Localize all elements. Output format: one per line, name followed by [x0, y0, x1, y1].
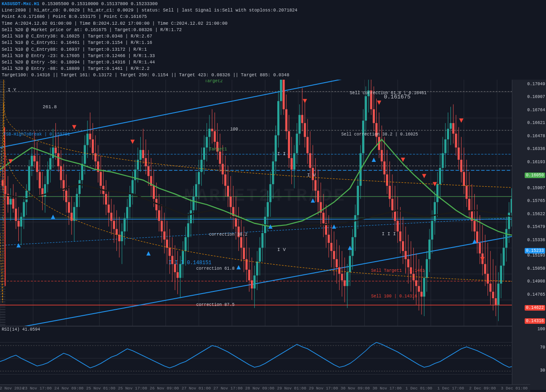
label-261: 261.8 [43, 104, 57, 110]
sell-line-3: Sell %10 @ C_Entry61: 0.16461 | Target:0… [2, 40, 544, 46]
price-tick-0.16050: 0.16050 [525, 173, 545, 178]
rsi-100: 100 [537, 327, 545, 331]
correction-875-label: correction 87.5 [196, 303, 235, 307]
header-line-1: KASUSDT-Mxc.H1 0.15305500 0.15310000 0.1… [2, 1, 544, 7]
correction-618-label: correction 61.8 [196, 266, 235, 271]
rsi-axis: 100 70 30 [512, 326, 546, 390]
time-label: 2 Dec 09:00 [469, 386, 496, 391]
price-tick-0.15336: 0.15336 [527, 238, 545, 242]
label-IIII: I V [277, 247, 286, 252]
price-tick-0.14316: 0.14316 [525, 318, 545, 324]
correction-382-label: correction 38.2 [209, 232, 247, 237]
time-label: 26 Nov 09:00 [150, 386, 179, 391]
level-100-label: 100 [230, 127, 238, 132]
header-line-3: Point A:0.171686 | Point B:0.153175 | Po… [2, 14, 544, 20]
price-tick-0.15765: 0.15765 [527, 199, 545, 203]
time-label: 1 Dec 01:00 [406, 386, 433, 391]
price-tick-0.14908: 0.14908 [527, 279, 545, 284]
time-label: 25 Nov 17:00 [118, 386, 147, 391]
price-tick-0.17049: 0.17049 [527, 82, 545, 86]
ohlc-prices: 0.15305500 0.15310000 0.15137800 0.15233… [42, 1, 158, 6]
price-tick-0.15479: 0.15479 [527, 225, 545, 229]
main-chart: MARKET24TRADE Sell correction 87.5 0.169… [0, 66, 530, 326]
time-label: 30 Nov 09:00 [341, 386, 370, 391]
header-line-4: Time A:2024.12.02 01:00:00 | Time B:2024… [2, 20, 544, 27]
label-II: I I [277, 151, 286, 156]
rsi-label: RSI(14) 41.0594 [2, 327, 40, 332]
time-label: 27 Nov 17:00 [213, 386, 242, 391]
rsi-30: 30 [540, 368, 545, 373]
sell-line-6: Sell %20 @ Entry -50: 0.18094 | Target:0… [2, 59, 544, 66]
price-tick-0.16193: 0.16193 [527, 160, 545, 164]
targets-line: Target100: 0.14316 || Target 161: 0.1317… [2, 72, 544, 78]
price-tick-0.16907: 0.16907 [527, 95, 545, 99]
price-tick-0.14622: 0.14622 [525, 305, 545, 311]
time-label: 28 Nov 09:00 [245, 386, 274, 391]
price-tick-0.16764: 0.16764 [527, 108, 545, 112]
time-label: 29 Nov 01:00 [277, 386, 306, 391]
sell-line-4: Sell %10 @ C_Entry88: 0.16937 | Target:0… [2, 46, 544, 53]
info-header: KASUSDT-Mxc.H1 0.15305500 0.15310000 0.1… [0, 0, 546, 80]
price-tick-0.14765: 0.14765 [527, 292, 545, 297]
label-IV: I V [307, 173, 316, 178]
header-line-2: Line:2898 | h1_atr_c0: 0.0029 | h1_atr_c… [2, 7, 544, 14]
time-axis: 22 Nov 202423 Nov 17:0024 Nov 09:0025 No… [0, 384, 530, 392]
time-label: 29 Nov 17:00 [309, 386, 338, 391]
price-tick-0.16621: 0.16621 [527, 121, 545, 125]
price-tick-0.15622: 0.15622 [527, 212, 545, 216]
price-tick-0.15050: 0.15050 [527, 266, 545, 271]
chart-container: KASUSDT-Mxc.H1 0.15305500 0.15310000 0.1… [0, 0, 546, 392]
label-III-bottom: I I I [382, 231, 396, 236]
price-tick-0.15907: 0.15907 [527, 186, 545, 190]
rsi-70: 70 [540, 345, 545, 350]
target1-label: Target1 [209, 147, 227, 152]
sell-target1-label: Sell Target1 | 0.1461 [371, 268, 425, 273]
price-tick-0.16478: 0.16478 [527, 134, 545, 138]
price-148151-label: I I I 0.148151 [168, 260, 212, 266]
time-label: 24 Nov 09:00 [54, 386, 83, 391]
time-label: 3 Dec 01:00 [501, 386, 528, 391]
time-label: 1 Dec 17:00 [437, 386, 464, 391]
sell-100-label: Sell 100 | 0.14316 [371, 294, 417, 299]
sell-line-1: Sell %20 @ Market price or at: 0.161675 … [2, 27, 544, 33]
fsb-label: FSB-HighToBreak | 0.159701 [3, 132, 70, 137]
time-label: 30 Nov 17:00 [372, 386, 401, 391]
time-label: 27 Nov 01:00 [182, 386, 211, 391]
time-label: 25 Nov 01:00 [86, 386, 115, 391]
price-axis: 0.171920.170490.169070.167640.166210.164… [512, 66, 546, 326]
rsi-chart: RSI(14) 41.0594 [0, 326, 530, 390]
price-tick-0.15233: 0.15233 [525, 248, 545, 254]
time-label: 23 Nov 17:00 [23, 386, 52, 391]
price-161675-label: 0.161675 [384, 94, 410, 100]
time-label: 22 Nov 2024 [0, 386, 24, 391]
sell-correction-382-label: Sell correction 38.2 | 0.16025 [341, 132, 418, 137]
sell-line-2: Sell %10 @ C_Entry38: 0.16025 | Target:0… [2, 33, 544, 40]
sell-line-5: Sell %10 @ Entry -23: 0.17605 | Target:0… [2, 53, 544, 59]
label-IY: I Y [8, 87, 16, 92]
sell-line-7: Sell %20 @ Entry -88: 0.18809 | Target:0… [2, 66, 544, 72]
price-tick-0.15193: 0.15193 [527, 253, 545, 258]
target2-label: Target2 [205, 79, 223, 84]
price-tick-0.16336: 0.16336 [527, 147, 545, 151]
symbol-label: KASUSDT-Mxc.H1 [2, 1, 39, 6]
